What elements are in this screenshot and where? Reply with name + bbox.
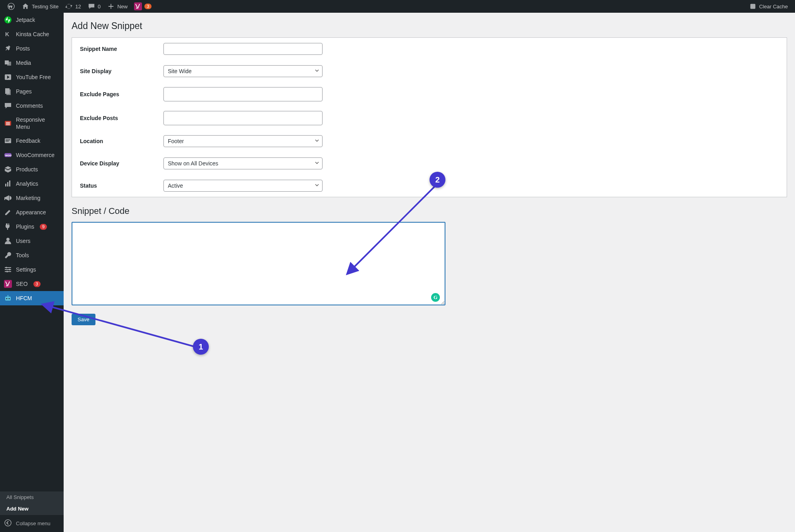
plus-icon	[107, 2, 115, 10]
sidebar-item-tools[interactable]: Tools	[0, 248, 64, 262]
box-icon	[4, 165, 12, 173]
sidebar-item-label: Settings	[16, 266, 36, 273]
location-label: Location	[72, 130, 159, 152]
comment-icon	[87, 2, 95, 10]
sidebar-item-label: Appearance	[16, 209, 46, 216]
sidebar-subitem[interactable]: All Snippets	[0, 491, 64, 503]
sidebar-item-comments[interactable]: Comments	[0, 99, 64, 113]
sidebar-item-label: Marketing	[16, 194, 40, 202]
wrench-icon	[4, 251, 12, 259]
clear-cache-icon	[749, 2, 757, 10]
feedback-icon	[4, 137, 12, 145]
snippet-form-panel: Snippet Name Site Display Site Wide	[72, 37, 787, 197]
site-name-link[interactable]: Testing Site	[18, 0, 62, 13]
sidebar-item-label: Responsive Menu	[16, 116, 60, 130]
updates-count: 12	[75, 4, 81, 10]
user-icon	[4, 237, 12, 245]
sliders-icon	[4, 266, 12, 274]
clear-cache-link[interactable]: Clear Cache	[746, 0, 791, 13]
svg-point-31	[6, 298, 8, 299]
admin-bar: Testing Site 12 0 New 3	[0, 0, 795, 13]
sidebar-item-label: SEO	[16, 280, 28, 287]
sidebar-item-users[interactable]: Users	[0, 234, 64, 248]
brush-icon	[4, 208, 12, 216]
sidebar-item-youtube-free[interactable]: YouTube Free	[0, 70, 64, 84]
updates-link[interactable]: 12	[62, 0, 84, 13]
svg-point-28	[6, 271, 8, 272]
sidebar-item-responsive-menu[interactable]: Responsive Menu	[0, 113, 64, 134]
sidebar-item-plugins[interactable]: Plugins9	[0, 219, 64, 234]
comment-icon	[4, 102, 12, 110]
sidebar-item-label: HFCM	[16, 295, 32, 302]
sidebar-item-label: Jetpack	[16, 16, 35, 23]
sidebar-item-label: Plugins	[16, 223, 34, 230]
sidebar-item-hfcm[interactable]: HFCM	[0, 291, 64, 305]
exclude-pages-label: Exclude Pages	[72, 82, 159, 106]
sidebar-item-jetpack[interactable]: Jetpack	[0, 13, 64, 27]
snippet-code-heading: Snippet / Code	[72, 206, 787, 216]
svg-rect-20	[7, 182, 8, 186]
sidebar-item-settings[interactable]: Settings	[0, 262, 64, 277]
svg-rect-19	[5, 184, 6, 186]
snippet-code-textarea[interactable]	[72, 222, 445, 305]
svg-point-34	[5, 520, 11, 526]
location-select[interactable]: Footer	[163, 135, 323, 147]
svg-point-22	[6, 238, 10, 241]
sidebar-item-products[interactable]: Products	[0, 162, 64, 177]
new-link[interactable]: New	[104, 0, 131, 13]
comments-count: 0	[98, 4, 101, 10]
comments-link[interactable]: 0	[84, 0, 104, 13]
sidebar-badge: 3	[33, 281, 41, 287]
sidebar-item-seo[interactable]: SEO3	[0, 277, 64, 291]
svg-line-35	[52, 307, 195, 347]
snippet-name-input[interactable]	[163, 43, 323, 55]
annotation-marker-1: 1	[193, 339, 209, 355]
collapse-icon	[4, 519, 12, 528]
site-display-label: Site Display	[72, 60, 159, 82]
sidebar-item-label: Analytics	[16, 180, 38, 187]
yoast-icon	[4, 280, 12, 288]
site-name-text: Testing Site	[32, 4, 58, 10]
sidebar-item-woocommerce[interactable]: wooWooCommerce	[0, 148, 64, 162]
device-display-select[interactable]: Show on All Devices	[163, 157, 323, 169]
status-select[interactable]: Active	[163, 180, 323, 192]
robot-icon	[4, 294, 12, 302]
yoast-link[interactable]: 3	[131, 0, 155, 13]
rmenu-icon	[4, 119, 12, 127]
clear-cache-label: Clear Cache	[759, 4, 788, 10]
exclude-posts-input[interactable]	[163, 111, 323, 125]
update-icon	[65, 2, 73, 10]
sidebar-item-label: Products	[16, 166, 38, 173]
home-icon	[21, 2, 29, 10]
svg-rect-15	[6, 140, 10, 140]
sidebar-subitem[interactable]: Add New	[0, 503, 64, 515]
wp-logo[interactable]	[4, 0, 18, 13]
sidebar-item-appearance[interactable]: Appearance	[0, 205, 64, 219]
annotation-arrow-1	[48, 303, 207, 359]
sidebar-item-label: Feedback	[16, 137, 40, 144]
kinsta-icon: K	[4, 30, 12, 38]
sidebar-item-feedback[interactable]: Feedback	[0, 134, 64, 148]
site-display-select[interactable]: Site Wide	[163, 65, 323, 77]
svg-rect-29	[4, 280, 12, 288]
woo-icon: woo	[4, 151, 12, 159]
save-button[interactable]: Save	[72, 314, 95, 325]
sidebar-item-analytics[interactable]: Analytics	[0, 177, 64, 191]
svg-point-27	[9, 269, 10, 270]
sidebar-item-media[interactable]: Media	[0, 56, 64, 70]
sidebar-item-pages[interactable]: Pages	[0, 84, 64, 99]
new-label: New	[117, 4, 128, 10]
sidebar-item-marketing[interactable]: Marketing	[0, 191, 64, 205]
svg-text:woo: woo	[5, 153, 12, 157]
collapse-menu[interactable]: Collapse menu	[0, 515, 64, 532]
sidebar-item-posts[interactable]: Posts	[0, 41, 64, 56]
megaphone-icon	[4, 194, 12, 202]
grammarly-icon[interactable]: G	[431, 293, 440, 302]
sidebar-item-kinsta-cache[interactable]: KKinsta Cache	[0, 27, 64, 41]
exclude-pages-input[interactable]	[163, 87, 323, 101]
page-title: Add New Snippet	[72, 21, 787, 31]
device-display-label: Device Display	[72, 152, 159, 175]
svg-rect-30	[5, 297, 11, 301]
svg-rect-2	[750, 4, 755, 9]
yoast-icon	[134, 2, 142, 10]
